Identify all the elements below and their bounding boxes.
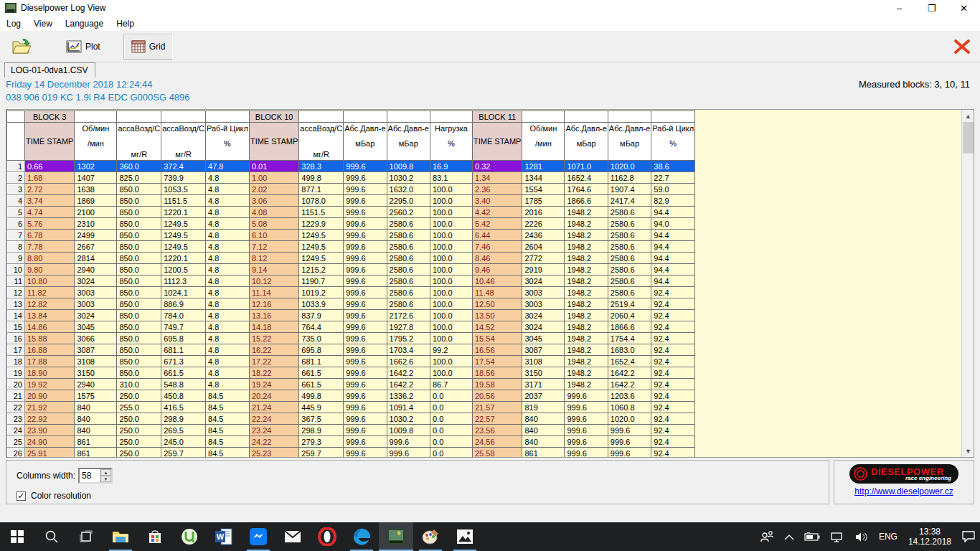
- grid-cell[interactable]: 999.6: [565, 425, 608, 436]
- volume-indicator[interactable]: [849, 522, 874, 551]
- grid-cell[interactable]: 22.24: [249, 413, 298, 425]
- row-number[interactable]: 4: [7, 195, 25, 207]
- grid-cell[interactable]: 100.0: [430, 230, 473, 241]
- grid-cell[interactable]: 3108: [522, 356, 565, 367]
- grid-cell[interactable]: 548.8: [161, 379, 206, 390]
- grid-cell[interactable]: 2580.6: [387, 218, 430, 230]
- grid-cell[interactable]: 1948.2: [565, 344, 608, 356]
- grid-cell[interactable]: 1249.5: [161, 218, 206, 230]
- grid-cell[interactable]: 84.5: [206, 402, 250, 413]
- grid-cell[interactable]: 94.0: [651, 218, 695, 230]
- grid-cell[interactable]: 92.4: [651, 344, 695, 356]
- grid-cell[interactable]: 10.80: [25, 276, 75, 287]
- grid-cell[interactable]: 0.32: [473, 161, 522, 172]
- grid-cell[interactable]: 999.6: [608, 448, 651, 458]
- grid-cell[interactable]: 450.8: [161, 390, 206, 402]
- vertical-scrollbar[interactable]: ▲ ▼: [961, 110, 974, 457]
- grid-cell[interactable]: 671.3: [161, 356, 206, 367]
- grid-cell[interactable]: 681.1: [161, 344, 206, 356]
- row-number[interactable]: 1: [7, 161, 25, 172]
- grid-cell[interactable]: 837.9: [299, 310, 344, 321]
- grid-cell[interactable]: 18.22: [249, 367, 298, 379]
- grid-cell[interactable]: 2417.4: [608, 195, 651, 207]
- grid-cell[interactable]: 4.42: [473, 207, 522, 218]
- grid-cell[interactable]: 13.84: [25, 310, 75, 321]
- grid-cell[interactable]: 3.06: [249, 195, 298, 207]
- grid-cell[interactable]: 9.46: [473, 264, 522, 276]
- grid-cell[interactable]: 999.6: [344, 333, 387, 344]
- grid-cell[interactable]: 4.8: [206, 344, 250, 356]
- grid-cell[interactable]: 4.8: [206, 298, 250, 310]
- grid-cell[interactable]: 999.6: [344, 390, 387, 402]
- grid-cell[interactable]: 1866.6: [608, 321, 651, 333]
- grid-cell[interactable]: 18.90: [25, 367, 75, 379]
- grid-cell[interactable]: 100.0: [430, 287, 473, 298]
- grid-cell[interactable]: 739.9: [161, 172, 206, 184]
- grid-cell[interactable]: 245.0: [161, 436, 206, 448]
- grid-cell[interactable]: 2580.6: [608, 230, 651, 241]
- grid-cell[interactable]: 749.7: [161, 321, 206, 333]
- row-number[interactable]: 16: [7, 333, 25, 344]
- grid-cell[interactable]: 360.0: [117, 161, 161, 172]
- grid-cell[interactable]: 695.8: [299, 344, 344, 356]
- grid-cell[interactable]: 0.0: [430, 436, 473, 448]
- row-number[interactable]: 3: [7, 184, 25, 195]
- grid-cell[interactable]: 1033.9: [299, 298, 344, 310]
- grid-cell[interactable]: 86.7: [430, 379, 473, 390]
- grid-cell[interactable]: 94.4: [651, 230, 695, 241]
- grid-cell[interactable]: 3108: [75, 356, 117, 367]
- grid-cell[interactable]: 0.66: [25, 161, 75, 172]
- grid-cell[interactable]: 8.80: [25, 253, 75, 264]
- grid-cell[interactable]: 2.02: [249, 184, 298, 195]
- grid-cell[interactable]: 279.3: [299, 436, 344, 448]
- grid-cell[interactable]: 1249.5: [299, 253, 344, 264]
- grid-cell[interactable]: 11.14: [249, 287, 298, 298]
- grid-cell[interactable]: 4.8: [206, 253, 250, 264]
- grid-cell[interactable]: 999.6: [387, 436, 430, 448]
- grid-cell[interactable]: 100.0: [430, 241, 473, 253]
- grid-cell[interactable]: 100.0: [430, 367, 473, 379]
- grid-cell[interactable]: 1229.9: [299, 218, 344, 230]
- grid-cell[interactable]: 3150: [522, 367, 565, 379]
- spinner-down-button[interactable]: ▼: [100, 476, 111, 482]
- taskbar-word[interactable]: W: [207, 522, 241, 551]
- taskbar-dieselpower-app[interactable]: [379, 522, 413, 551]
- grid-cell[interactable]: 2295.0: [387, 195, 430, 207]
- grid-cell[interactable]: 999.6: [344, 241, 387, 253]
- grid-cell[interactable]: 16.22: [249, 344, 298, 356]
- grid-cell[interactable]: 92.4: [651, 287, 695, 298]
- row-number[interactable]: 14: [7, 310, 25, 321]
- grid-cell[interactable]: 999.6: [344, 264, 387, 276]
- grid-cell[interactable]: 840: [75, 413, 117, 425]
- grid-cell[interactable]: 47.8: [206, 161, 250, 172]
- grid-cell[interactable]: 2172.6: [387, 310, 430, 321]
- grid-cell[interactable]: 850.0: [117, 207, 161, 218]
- grid-cell[interactable]: 2580.6: [608, 276, 651, 287]
- grid-cell[interactable]: 0.0: [430, 402, 473, 413]
- grid-cell[interactable]: 15.88: [25, 333, 75, 344]
- grid-cell[interactable]: 22.92: [25, 413, 75, 425]
- row-number[interactable]: 12: [7, 287, 25, 298]
- grid-cell[interactable]: 2580.6: [608, 207, 651, 218]
- grid-cell[interactable]: 886.9: [161, 298, 206, 310]
- grid-cell[interactable]: 99.2: [430, 344, 473, 356]
- grid-cell[interactable]: 1948.2: [565, 276, 608, 287]
- grid-cell[interactable]: 3003: [75, 287, 117, 298]
- grid-cell[interactable]: 1652.4: [608, 356, 651, 367]
- grid-cell[interactable]: 1249.5: [161, 241, 206, 253]
- grid-cell[interactable]: 999.6: [344, 413, 387, 425]
- grid-cell[interactable]: 850.0: [117, 298, 161, 310]
- grid-cell[interactable]: 23.24: [249, 425, 298, 436]
- grid-cell[interactable]: 1162.8: [608, 172, 651, 184]
- grid-cell[interactable]: 1190.7: [299, 276, 344, 287]
- taskbar-file-explorer[interactable]: [103, 522, 138, 551]
- grid-cell[interactable]: 24.56: [473, 436, 522, 448]
- grid-cell[interactable]: 94.4: [651, 241, 695, 253]
- grid-cell[interactable]: 1.00: [249, 172, 298, 184]
- row-number[interactable]: 26: [7, 448, 25, 458]
- grid-cell[interactable]: 1200.5: [161, 264, 206, 276]
- scroll-up-arrow[interactable]: ▲: [962, 110, 974, 122]
- row-number[interactable]: 17: [7, 344, 25, 356]
- grid-cell[interactable]: 999.6: [344, 321, 387, 333]
- grid-cell[interactable]: 1642.2: [387, 379, 430, 390]
